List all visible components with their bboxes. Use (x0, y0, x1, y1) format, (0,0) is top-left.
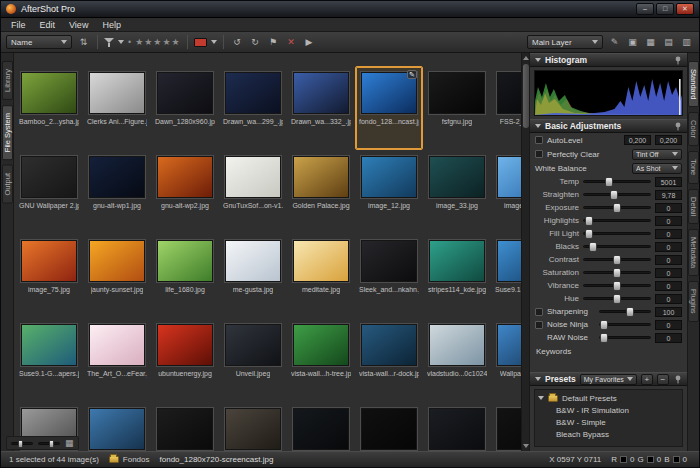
slider-value[interactable]: 5001 (655, 177, 682, 187)
layer-dropdown[interactable]: Main Layer (527, 35, 603, 49)
maximize-button[interactable]: □ (656, 3, 674, 15)
menu-item-edit[interactable]: Edit (34, 20, 62, 30)
slider-value[interactable]: 0 (655, 203, 682, 213)
label-color-swatch[interactable] (194, 38, 207, 47)
slider-handle[interactable] (600, 320, 608, 330)
vertical-scrollbar[interactable] (521, 53, 529, 451)
slider-value[interactable]: 100 (655, 307, 682, 317)
sharpening-checkbox[interactable] (535, 308, 543, 316)
slideshow-icon[interactable]: ▶ (302, 35, 317, 50)
slider-track[interactable] (583, 206, 651, 209)
flag-icon[interactable]: ⚑ (266, 35, 281, 50)
thumbnail-cell[interactable]: gnu-alt-wp2.jpg (151, 150, 219, 234)
tab-plugins[interactable]: Plugins (688, 281, 699, 322)
preset-item-b-w-ir-simulation[interactable]: B&W - IR Simulation (538, 404, 679, 416)
thumbnail-cell[interactable]: ubuntuenergy.jpg (151, 318, 219, 402)
thumbnail-cell[interactable]: image_33.jpg (423, 150, 491, 234)
edit-image-icon[interactable]: ✎ (607, 35, 622, 50)
slider-track[interactable] (583, 258, 651, 261)
thumbnail-cell[interactable]: Drawn_wa...332_.jpg (287, 66, 355, 150)
thumbnail-cell[interactable] (287, 402, 355, 451)
slider-handle[interactable] (585, 229, 593, 239)
tint-dropdown[interactable]: Tint Off (632, 149, 682, 160)
preset-item-b-w-simple[interactable]: B&W - Simple (538, 416, 679, 428)
tab-output[interactable]: Output (2, 165, 13, 204)
tab-color[interactable]: Color (688, 112, 699, 146)
sort-direction-icon[interactable]: ⇅ (76, 35, 91, 50)
thumbnail-cell[interactable]: ✎fondo_128...ncast.jpg (355, 66, 423, 150)
slider-value[interactable]: 0 (655, 281, 682, 291)
slider-track[interactable] (599, 310, 651, 313)
white-balance-dropdown[interactable]: As Shot (632, 163, 682, 174)
slider-value[interactable]: 9,78 (655, 190, 682, 200)
thumbnail-cell[interactable]: Clerks Ani...Figure.jpg (83, 66, 151, 150)
star-none-icon[interactable]: • (128, 37, 131, 47)
thumbnail-cell[interactable]: Golden Palace.jpg (287, 150, 355, 234)
thumbnail-cell[interactable] (491, 402, 521, 451)
slider-track[interactable] (583, 284, 651, 287)
slider-handle[interactable] (605, 177, 613, 187)
presets-collection-dropdown[interactable]: My Favorites (580, 374, 637, 385)
minimize-button[interactable]: – (636, 3, 654, 15)
scroll-down-icon[interactable] (523, 444, 529, 448)
pin-icon[interactable] (674, 56, 682, 65)
slider-value[interactable]: 0 (655, 242, 682, 252)
thumbnail-cell[interactable]: image_12.jpg (355, 150, 423, 234)
view-single-icon[interactable]: ▣ (625, 35, 640, 50)
current-folder[interactable]: Fondos (109, 455, 150, 464)
thumbnail-cell[interactable] (355, 53, 423, 66)
thumbnail-cell[interactable]: image_75.jpg (15, 234, 83, 318)
thumbnail-cell[interactable]: image_59.jpg (491, 150, 521, 234)
menu-item-view[interactable]: View (63, 20, 94, 30)
preset-folder-row[interactable]: Default Presets (538, 392, 679, 404)
thumbnail-cell[interactable]: vista-wall...r-dock.jpg (355, 318, 423, 402)
slider-track[interactable] (583, 297, 651, 300)
thumbnail-cell[interactable]: GNU Wallpaper 2.jpg (15, 150, 83, 234)
thumbnail-cell[interactable] (151, 402, 219, 451)
filter-chevron-icon[interactable] (118, 40, 124, 44)
collapse-icon[interactable] (535, 124, 541, 128)
thumbnail-cell[interactable] (83, 402, 151, 451)
view-grid-icon[interactable]: ▦ (643, 35, 658, 50)
basic-adjustments-header[interactable]: Basic Adjustments (530, 119, 687, 133)
thumbnail-cell[interactable] (491, 53, 521, 66)
thumbnail-cell[interactable]: Bamboo_2...ysha.jpg (15, 66, 83, 150)
rotate-left-icon[interactable]: ↺ (230, 35, 245, 50)
thumbnail-cell[interactable]: me-gusta.jpg (219, 234, 287, 318)
slider-value[interactable]: 0 (655, 333, 682, 343)
slider-handle[interactable] (589, 242, 597, 252)
star-icon[interactable]: ★ (135, 37, 144, 47)
autolevel-checkbox[interactable] (535, 136, 543, 144)
tab-library[interactable]: Library (2, 61, 13, 100)
thumbnail-size-slider[interactable] (11, 442, 33, 445)
tab-file-system[interactable]: File System (2, 105, 13, 160)
slider-track[interactable] (583, 245, 651, 248)
slider-track[interactable] (583, 271, 651, 274)
thumbnail-cell[interactable]: meditate.jpg (287, 234, 355, 318)
menu-item-help[interactable]: Help (96, 20, 127, 30)
slider-track[interactable] (599, 336, 651, 339)
perfectly-clear-checkbox[interactable] (535, 150, 543, 158)
tree-expand-icon[interactable] (538, 396, 544, 400)
thumbnail-cell[interactable] (423, 402, 491, 451)
slider-handle[interactable] (18, 440, 23, 448)
thumbnail-cell[interactable]: gnu-alt-wp1.jpg (83, 150, 151, 234)
tab-standard[interactable]: Standard (688, 61, 699, 107)
slider-track[interactable] (583, 180, 651, 183)
tab-detail[interactable]: Detail (688, 189, 699, 224)
tab-tone[interactable]: Tone (688, 151, 699, 183)
thumbnail-cell[interactable]: Suse9.1-G...apers.jpg (15, 318, 83, 402)
slider-track[interactable] (583, 193, 651, 196)
filter-icon[interactable] (104, 37, 114, 48)
pin-icon[interactable] (674, 122, 682, 131)
autolevel-value-high[interactable]: 0,200 (655, 135, 682, 145)
thumbnail-cell[interactable]: wyama.jpg (287, 53, 355, 66)
presets-header[interactable]: Presets My Favorites + − (530, 372, 687, 386)
thumbnail-cell[interactable]: Dawn_1280x960.jpg (151, 66, 219, 150)
slider-track[interactable] (599, 323, 651, 326)
scroll-up-icon[interactable] (523, 56, 529, 60)
slider-value[interactable]: 0 (655, 255, 682, 265)
slider-handle[interactable] (585, 216, 593, 226)
slider-value[interactable]: 0 (655, 229, 682, 239)
preset-item-bleach-bypass[interactable]: Bleach Bypass (538, 428, 679, 440)
